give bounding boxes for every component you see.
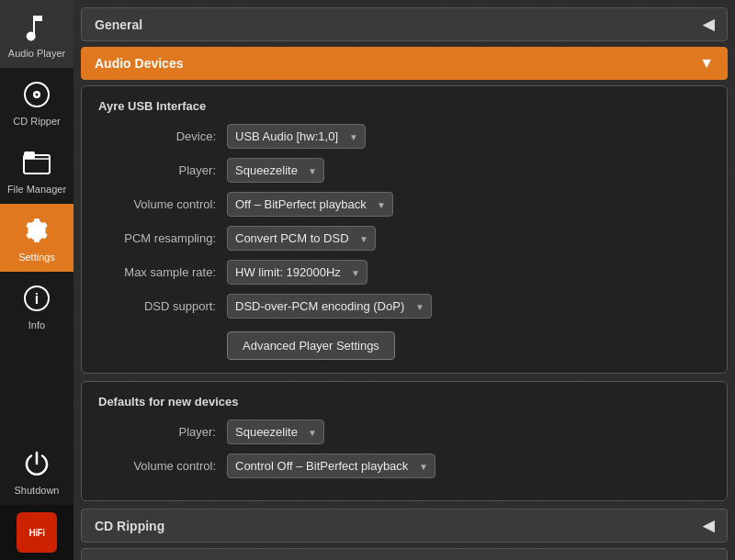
def-player-select[interactable]: Squeezelite: [227, 420, 324, 444]
info-icon: i: [19, 281, 54, 316]
pcm-select[interactable]: Convert PCM to DSD: [227, 226, 376, 251]
sidebar-item-label: Audio Player: [8, 48, 65, 59]
ayre-card-title: Ayre USB Interface: [98, 99, 710, 113]
svg-text:i: i: [35, 291, 39, 307]
sidebar-item-label: Info: [28, 319, 45, 330]
device-label: Device:: [98, 129, 227, 143]
defaults-card: Defaults for new devices Player: Squeeze…: [81, 381, 728, 501]
sidebar-item-label: Shutdown: [15, 485, 60, 496]
pcm-row: PCM resampling: Convert PCM to DSD: [98, 226, 710, 251]
pcm-select-wrapper[interactable]: Convert PCM to DSD: [227, 226, 376, 251]
volume-row: Volume control: Off – BitPerfect playbac…: [98, 192, 710, 217]
def-volume-select[interactable]: Control Off – BitPerfect playback: [227, 454, 435, 478]
player-label: Player:: [98, 163, 227, 177]
sidebar: Audio Player CD Ripper File Manager Sett…: [0, 0, 74, 560]
dsd-select-wrapper[interactable]: DSD-over-PCM encoding (DoP): [227, 294, 432, 319]
max-sample-row: Max sample rate: HW limit: 192000Hz: [98, 260, 710, 285]
shutdown-icon: [19, 446, 54, 481]
networking-section-header[interactable]: Networking ◀: [81, 548, 728, 560]
def-volume-select-wrapper[interactable]: Control Off – BitPerfect playback: [227, 454, 435, 478]
player-row: Player: Squeezelite: [98, 158, 710, 183]
cd-ripper-icon: [19, 77, 54, 112]
file-manager-icon: [19, 145, 54, 180]
dsd-label: DSD support:: [98, 299, 227, 313]
device-select[interactable]: USB Audio [hw:1,0]: [227, 124, 366, 149]
player-select-wrapper[interactable]: Squeezelite: [227, 158, 324, 183]
def-volume-row: Volume control: Control Off – BitPerfect…: [98, 454, 710, 478]
sidebar-item-cd-ripper[interactable]: CD Ripper: [0, 68, 74, 136]
volume-select[interactable]: Off – BitPerfect playback: [227, 192, 393, 217]
audio-player-icon: [19, 9, 54, 44]
logo-icon: HiFi: [17, 512, 57, 553]
player-select[interactable]: Squeezelite: [227, 158, 324, 183]
device-row: Device: USB Audio [hw:1,0]: [98, 124, 710, 149]
sidebar-item-audio-player[interactable]: Audio Player: [0, 0, 74, 68]
sidebar-item-shutdown[interactable]: Shutdown: [0, 437, 74, 505]
sidebar-item-label: Settings: [18, 252, 55, 263]
def-player-row: Player: Squeezelite: [98, 420, 710, 444]
sidebar-item-file-manager[interactable]: File Manager: [0, 136, 74, 204]
volume-select-wrapper[interactable]: Off – BitPerfect playback: [227, 192, 393, 217]
advanced-player-settings-button[interactable]: Advanced Player Settings: [227, 331, 395, 360]
sidebar-item-settings[interactable]: Settings: [0, 204, 74, 272]
ayre-usb-card: Ayre USB Interface Device: USB Audio [hw…: [81, 85, 728, 374]
general-label: General: [95, 17, 142, 32]
dsd-select[interactable]: DSD-over-PCM encoding (DoP): [227, 294, 432, 319]
max-sample-select-wrapper[interactable]: HW limit: 192000Hz: [227, 260, 368, 285]
device-select-wrapper[interactable]: USB Audio [hw:1,0]: [227, 124, 366, 149]
svg-rect-4: [24, 151, 35, 159]
def-volume-label: Volume control:: [98, 459, 227, 473]
general-arrow: ◀: [703, 16, 714, 33]
audio-devices-label: Audio Devices: [95, 56, 183, 71]
cd-ripping-section-header[interactable]: CD Ripping ◀: [81, 509, 728, 543]
logo: HiFi: [0, 505, 74, 560]
cd-ripping-label: CD Ripping: [95, 519, 164, 533]
svg-point-2: [36, 94, 39, 96]
sidebar-item-info[interactable]: i Info: [0, 272, 74, 340]
volume-label: Volume control:: [98, 197, 227, 211]
def-player-label: Player:: [98, 425, 227, 439]
audio-devices-arrow: ▼: [699, 55, 714, 72]
defaults-card-title: Defaults for new devices: [98, 395, 710, 409]
def-player-select-wrapper[interactable]: Squeezelite: [227, 420, 324, 444]
sidebar-item-label: File Manager: [7, 184, 66, 195]
pcm-label: PCM resampling:: [98, 231, 227, 245]
dsd-row: DSD support: DSD-over-PCM encoding (DoP): [98, 294, 710, 319]
cd-ripping-arrow: ◀: [703, 517, 714, 534]
main-content: General ◀ Audio Devices ▼ Ayre USB Inter…: [74, 0, 735, 560]
networking-arrow: ◀: [703, 556, 714, 560]
max-sample-label: Max sample rate:: [98, 265, 227, 279]
general-section-header[interactable]: General ◀: [81, 7, 728, 41]
sidebar-item-label: CD Ripper: [13, 116, 60, 127]
audio-devices-section-header[interactable]: Audio Devices ▼: [81, 47, 728, 80]
max-sample-select[interactable]: HW limit: 192000Hz: [227, 260, 368, 285]
settings-icon: [19, 213, 54, 248]
